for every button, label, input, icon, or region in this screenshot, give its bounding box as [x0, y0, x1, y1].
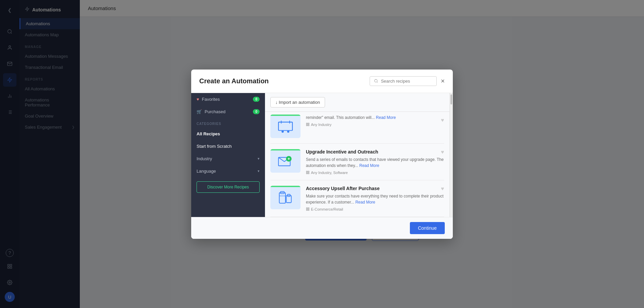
search-input[interactable]	[381, 79, 433, 84]
start-from-scratch-label: Start from Scratch	[197, 144, 232, 149]
categories-label: CATEGORIES	[191, 118, 265, 128]
recipe-info-3: Accessory Upsell After Purchase Make sur…	[306, 186, 444, 211]
import-automation-btn[interactable]: ↓ Import an automation	[270, 97, 325, 107]
recipe-tag-2: Any Industry, Software	[306, 171, 444, 175]
search-box[interactable]	[370, 76, 437, 86]
svg-point-20	[375, 79, 377, 82]
favorites-label: Favorites	[202, 97, 220, 102]
left-panel: ♥ Favorites 0 🛒 Purchased 0	[191, 93, 265, 217]
recipe-tag-1: Any Industry	[306, 123, 444, 127]
favorites-item[interactable]: ♥ Favorites 0	[191, 93, 265, 105]
favorite-btn-1[interactable]: ♥	[441, 117, 444, 123]
recipe-info-1: reminder" email. This automation will...…	[306, 115, 444, 127]
svg-line-21	[377, 82, 378, 82]
email-thumb-icon	[277, 152, 294, 169]
svg-rect-50	[306, 209, 307, 210]
product-thumb-icon	[277, 189, 294, 206]
cart-thumb-icon	[277, 118, 294, 135]
svg-point-26	[281, 130, 284, 133]
svg-rect-38	[306, 171, 307, 172]
favorite-btn-2[interactable]: ♥	[441, 149, 444, 155]
modal-title: Create an Automation	[199, 77, 269, 85]
recipe-tag-3: E-Commerce/Retail	[306, 207, 444, 211]
modal-footer: Continue	[191, 217, 453, 239]
industry-label: Industry	[197, 156, 212, 161]
svg-rect-48	[308, 208, 309, 209]
favorites-badge: 0	[253, 97, 260, 102]
modal-header: Create an Automation ×	[191, 70, 453, 93]
scrollbar[interactable]	[449, 93, 453, 217]
recipes-list: reminder" email. This automation will...…	[265, 112, 449, 217]
svg-rect-40	[308, 173, 309, 174]
svg-rect-42	[279, 192, 285, 203]
modal-body: ♥ Favorites 0 🛒 Purchased 0	[191, 93, 453, 217]
purchased-label: Purchased	[205, 109, 225, 114]
recipe-thumb-1	[270, 115, 301, 138]
svg-rect-39	[308, 171, 309, 172]
svg-rect-33	[306, 125, 307, 126]
purchased-badge: 0	[253, 109, 260, 114]
svg-rect-22	[278, 122, 292, 130]
continue-btn[interactable]: Continue	[410, 222, 445, 234]
discover-more-recipes-btn[interactable]: Discover More Recipes	[197, 181, 260, 193]
cart-icon: 🛒	[197, 109, 202, 114]
recipe-thumb-2	[270, 149, 301, 173]
recipe-item: Upgrade Incentive and Outreach Send a se…	[270, 144, 444, 180]
category-all-recipes[interactable]: All Recipes	[191, 128, 265, 140]
category-industry[interactable]: Industry ▾	[191, 152, 265, 165]
svg-point-27	[287, 130, 289, 133]
svg-rect-30	[306, 123, 307, 124]
recipe-info-2: Upgrade Incentive and Outreach Send a se…	[306, 149, 444, 175]
svg-rect-49	[308, 209, 309, 210]
category-start-from-scratch[interactable]: Start from Scratch	[191, 140, 265, 152]
recipe-item: Accessory Upsell After Purchase Make sur…	[270, 180, 444, 217]
import-bar: ↓ Import an automation	[265, 93, 449, 112]
heart-icon: ♥	[197, 97, 199, 102]
create-automation-modal: Create an Automation ×	[191, 70, 453, 239]
read-more-link-1[interactable]: Read More	[376, 115, 396, 120]
favorite-btn-3[interactable]: ♥	[441, 186, 444, 192]
modal-overlay: Create an Automation ×	[80, 0, 644, 308]
read-more-link-2[interactable]: Read More	[359, 163, 379, 168]
all-recipes-label: All Recipes	[197, 131, 220, 136]
modal-header-right: ×	[370, 76, 445, 86]
language-label: Language	[197, 169, 216, 174]
purchased-item[interactable]: 🛒 Purchased 0	[191, 105, 265, 118]
svg-rect-41	[306, 173, 307, 174]
recipe-desc-1: reminder" email. This automation will...…	[306, 115, 444, 121]
recipe-desc-3: Make sure your contacts have everything …	[306, 193, 444, 205]
svg-rect-32	[308, 125, 309, 126]
svg-rect-31	[308, 123, 309, 124]
read-more-link-3[interactable]: Read More	[355, 200, 375, 205]
recipe-title-2: Upgrade Incentive and Outreach	[306, 149, 444, 155]
right-panel: ↓ Import an automation	[265, 93, 449, 217]
app-wrapper: ❮ ?	[0, 0, 644, 308]
language-chevron-icon: ▾	[258, 169, 260, 173]
recipe-thumb-3	[270, 186, 301, 209]
scrollbar-thumb[interactable]	[450, 94, 452, 104]
industry-chevron-icon: ▾	[258, 157, 260, 161]
search-icon	[374, 79, 378, 83]
recipe-title-3: Accessory Upsell After Purchase	[306, 186, 444, 191]
recipe-item: reminder" email. This automation will...…	[270, 112, 444, 144]
category-language[interactable]: Language ▾	[191, 165, 265, 177]
recipe-desc-2: Send a series of emails to contacts that…	[306, 157, 444, 169]
main-content: Automations Create an automation Learn m…	[80, 0, 644, 308]
close-modal-btn[interactable]: ×	[441, 78, 445, 84]
svg-rect-47	[306, 208, 307, 209]
